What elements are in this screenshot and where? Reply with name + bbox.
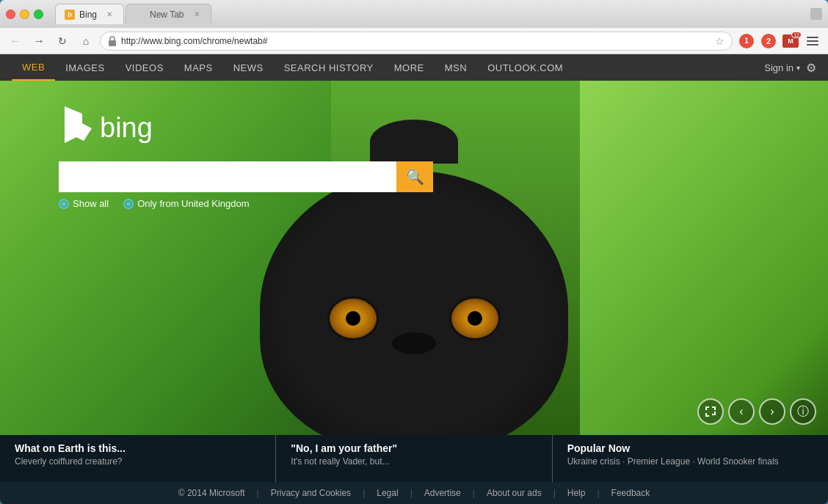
nav-item-msn[interactable]: MSN <box>435 54 477 81</box>
footer-sep-3: | <box>473 488 475 498</box>
tab-bing[interactable]: b Bing ✕ <box>55 4 124 24</box>
sign-in-button[interactable]: Sign in ▾ <box>764 62 800 73</box>
bing-logo: bing <box>59 103 433 153</box>
nav-item-news[interactable]: NEWS <box>223 54 274 81</box>
info-title-0: What on Earth is this... <box>15 442 261 454</box>
toolbar: ← → ↻ ⌂ http://www.bing.com/chrome/newta… <box>0 28 828 54</box>
tab-newtab[interactable]: New Tab ✕ <box>126 4 211 24</box>
settings-gear-icon[interactable]: ⚙ <box>806 61 816 75</box>
monkey-left-eye <box>327 296 379 340</box>
lock-icon <box>108 36 118 46</box>
sign-in-chevron-icon: ▾ <box>796 64 800 72</box>
footer-sep-2: | <box>410 488 413 498</box>
info-section-1[interactable]: "No, I am your father" It's not really V… <box>276 435 552 482</box>
footer-sep-5: | <box>597 488 599 498</box>
nav-item-search-history[interactable]: SEARCH HISTORY <box>274 54 384 81</box>
footer-legal[interactable]: Legal <box>377 488 398 498</box>
footer-sep-0: | <box>257 488 259 498</box>
address-text: http://www.bing.com/chrome/newtab# <box>121 36 712 46</box>
browser-frame: b Bing ✕ New Tab ✕ ← → ↻ ⌂ <box>0 0 828 504</box>
bookmark-star-icon[interactable]: ☆ <box>715 35 724 47</box>
refresh-button[interactable]: ↻ <box>53 32 72 51</box>
monkey-right-pupil <box>468 311 482 326</box>
gmail-icon: M 12 <box>782 34 799 48</box>
tabs-area: b Bing ✕ New Tab ✕ <box>55 4 805 24</box>
sign-in-label: Sign in <box>764 62 794 73</box>
monkey-head <box>260 171 568 435</box>
monkey-left-pupil <box>346 311 360 326</box>
footer-sep-1: | <box>363 488 365 498</box>
svg-rect-0 <box>109 40 116 46</box>
footer-advertise[interactable]: Advertise <box>424 488 461 498</box>
toolbar-icons: 1 2 M 12 <box>737 32 822 51</box>
bg-right <box>580 81 828 435</box>
info-subtitle-0: Cleverly coiffured creature? <box>15 456 261 467</box>
chrome-menu-button[interactable] <box>803 32 822 51</box>
newtab-favicon <box>135 10 145 20</box>
nav-item-outlook[interactable]: OUTLOOK.COM <box>477 54 573 81</box>
footer-sep-4: | <box>553 488 556 498</box>
info-section-2[interactable]: Popular Now Ukraine crisis · Premier Lea… <box>553 435 828 482</box>
forward-button[interactable]: → <box>29 32 48 51</box>
image-nav: ‹ › ⓘ <box>697 398 816 425</box>
bing-nav-items: WEB IMAGES VIDEOS MAPS NEWS SEARCH HISTO… <box>12 54 764 81</box>
monkey-right-eye <box>449 296 501 340</box>
tab-bing-label: Bing <box>79 10 97 20</box>
extension-icon-1[interactable]: 1 <box>737 32 756 51</box>
extension-icon-2[interactable]: 2 <box>759 32 778 51</box>
nav-item-maps[interactable]: MAPS <box>174 54 223 81</box>
bing-nav-right: Sign in ▾ ⚙ <box>764 61 816 75</box>
hero-background: bing 🔍 Show all Only from United Ki <box>0 81 828 435</box>
close-button[interactable] <box>6 10 15 19</box>
footer-help[interactable]: Help <box>567 488 586 498</box>
info-section-0[interactable]: What on Earth is this... Cleverly coiffu… <box>0 435 276 482</box>
ext-r-icon: 1 <box>739 34 754 48</box>
tab-newtab-close[interactable]: ✕ <box>192 10 202 20</box>
window-controls <box>810 8 822 20</box>
image-info-button[interactable]: ⓘ <box>790 398 816 425</box>
footer-feedback[interactable]: Feedback <box>611 488 650 498</box>
bing-logo-text: bing <box>100 112 153 144</box>
search-area: bing 🔍 Show all Only from United Ki <box>59 103 433 209</box>
info-title-1: "No, I am your father" <box>291 442 537 454</box>
tab-newtab-label: New Tab <box>150 10 184 20</box>
radio-show-all-circle <box>59 199 69 209</box>
info-subtitle-2: Ukraine crisis · Premier League · World … <box>567 456 813 467</box>
fullscreen-button[interactable] <box>697 398 724 425</box>
maximize-button[interactable] <box>34 10 43 19</box>
footer-copyright: © 2014 Microsoft <box>178 488 245 498</box>
hero-area: bing 🔍 Show all Only from United Ki <box>0 81 828 435</box>
nav-item-images[interactable]: IMAGES <box>55 54 115 81</box>
bing-nav-bar: WEB IMAGES VIDEOS MAPS NEWS SEARCH HISTO… <box>0 54 828 81</box>
info-title-2: Popular Now <box>567 442 813 454</box>
address-bar[interactable]: http://www.bing.com/chrome/newtab# ☆ <box>100 32 733 51</box>
radio-show-all-label: Show all <box>73 198 109 209</box>
prev-image-button[interactable]: ‹ <box>728 398 755 425</box>
bing-favicon: b <box>65 10 75 20</box>
traffic-lights <box>6 10 43 19</box>
radio-uk-only[interactable]: Only from United Kingdom <box>123 198 249 209</box>
footer-privacy[interactable]: Privacy and Cookies <box>271 488 351 498</box>
nav-item-more[interactable]: MORE <box>384 54 435 81</box>
footer: © 2014 Microsoft | Privacy and Cookies |… <box>0 482 828 504</box>
info-subtitle-1: It's not really Vader, but... <box>291 456 537 467</box>
footer-about-ads[interactable]: About our ads <box>487 488 542 498</box>
home-button[interactable]: ⌂ <box>76 32 95 51</box>
monkey-nose <box>392 332 436 354</box>
extension-icon-gmail[interactable]: M 12 <box>781 32 800 51</box>
back-button[interactable]: ← <box>6 32 25 51</box>
search-box-row: 🔍 <box>59 161 433 192</box>
search-button[interactable]: 🔍 <box>396 161 433 192</box>
nav-item-videos[interactable]: VIDEOS <box>115 54 174 81</box>
hamburger-icon <box>804 34 821 48</box>
window-restore-button[interactable] <box>810 8 822 20</box>
tab-bing-close[interactable]: ✕ <box>104 10 115 20</box>
search-input[interactable] <box>59 161 396 192</box>
info-bar: What on Earth is this... Cleverly coiffu… <box>0 435 828 482</box>
ext-g-icon: 2 <box>761 34 776 48</box>
minimize-button[interactable] <box>20 10 29 19</box>
radio-show-all[interactable]: Show all <box>59 198 109 209</box>
radio-uk-only-label: Only from United Kingdom <box>137 198 249 209</box>
nav-item-web[interactable]: WEB <box>12 54 55 81</box>
next-image-button[interactable]: › <box>759 398 785 425</box>
